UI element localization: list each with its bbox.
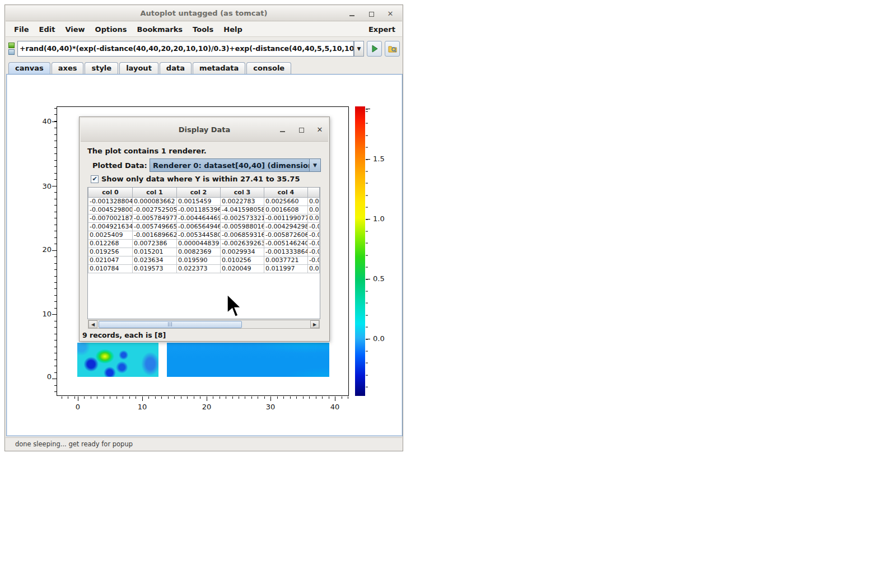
table-row[interactable]: -0.007002187...-0.005784977...-0.0044644… — [88, 214, 320, 222]
table-cell: -0.007002187... — [88, 214, 133, 222]
window-title: Autoplot untagged (as tomcat) — [6, 6, 402, 21]
table-cell: 0.00 — [308, 264, 320, 273]
folder-magnifier-icon — [388, 45, 397, 53]
table-row[interactable]: 0.0122680.00723860.000044839-0.002639263… — [88, 239, 320, 248]
table-cell: 0.0072386 — [133, 239, 177, 248]
table-cell: 0.00 — [308, 197, 320, 206]
tab-metadata[interactable]: metadata — [193, 62, 245, 74]
table-cell: 0.019256 — [88, 248, 133, 256]
inspect-uri-button[interactable] — [385, 41, 400, 57]
minimize-button[interactable] — [347, 10, 356, 18]
table-cell: 0.022373 — [177, 264, 221, 273]
table-cell: 0.015201 — [133, 248, 177, 256]
x-axis-minor-ticks — [57, 396, 349, 399]
minimize-icon — [280, 128, 285, 132]
y-axis-minor-ticks — [54, 106, 57, 396]
window-titlebar[interactable]: Autoplot untagged (as tomcat) ✕ — [6, 6, 402, 21]
table-cell: 0.00 — [308, 206, 320, 214]
y-tick-label: 10 — [27, 310, 52, 318]
filter-checkbox[interactable]: ✔ — [91, 175, 99, 183]
tab-style[interactable]: style — [85, 62, 118, 74]
maximize-button[interactable] — [367, 10, 376, 18]
column-header[interactable]: col 4 — [264, 188, 308, 197]
table-cell: -0.004294298... — [264, 222, 308, 231]
table-row[interactable]: 0.0107840.0195730.0223730.0200490.011997… — [88, 264, 320, 273]
menu-edit[interactable]: Edit — [34, 23, 60, 36]
maximize-icon — [299, 128, 304, 133]
close-button[interactable]: ✕ — [386, 10, 395, 18]
table-row[interactable]: -0.004921634...-0.005749665...-0.0065649… — [88, 222, 320, 231]
tab-layout[interactable]: layout — [119, 62, 158, 74]
table-cell: 0.010784 — [88, 264, 133, 273]
renderer-count-message: The plot contains 1 renderer. — [87, 147, 207, 155]
table-cell: 0.0022783 — [221, 197, 264, 206]
column-header[interactable]: col 0 — [88, 188, 133, 197]
table-cell: -0.0 — [308, 231, 320, 239]
menu-bookmarks[interactable]: Bookmarks — [132, 23, 188, 36]
table-cell: -0.001689662... — [133, 231, 177, 239]
green-led-icon — [8, 43, 15, 48]
column-header[interactable]: col 3 — [221, 188, 264, 197]
plotted-data-label: Plotted Data: — [92, 161, 147, 170]
scroll-right-button[interactable]: ▶ — [310, 320, 319, 328]
tab-canvas[interactable]: canvas — [8, 62, 50, 74]
table-row[interactable]: 0.0025409-0.001689662...-0.005344580...-… — [88, 231, 320, 239]
colorbar[interactable] — [355, 106, 365, 396]
colorbar-tick-label: 1.5 — [373, 155, 392, 163]
colorbar-minor-ticks — [366, 106, 368, 396]
close-icon: ✕ — [388, 10, 394, 18]
tab-axes[interactable]: axes — [52, 62, 84, 74]
data-table: col 0col 1col 2col 3col 4-0.001328804...… — [88, 188, 320, 273]
table-cell: -0.006564946... — [177, 222, 221, 231]
table-header-row: col 0col 1col 2col 3col 4 — [88, 188, 320, 197]
table-cell: -0.004464469... — [177, 214, 221, 222]
menu-options[interactable]: Options — [90, 23, 132, 36]
minimize-icon — [349, 12, 354, 16]
column-header[interactable]: col 1 — [133, 188, 177, 197]
y-tick-label: 40 — [27, 117, 52, 125]
table-cell: 0.0025660 — [264, 197, 308, 206]
table-cell: 0.012268 — [88, 239, 133, 248]
y-tick-label: 20 — [27, 245, 52, 254]
plotted-data-select[interactable]: Renderer 0: dataset[40,40] (dimension...… — [150, 158, 321, 172]
go-button[interactable] — [367, 41, 382, 57]
scroll-left-button[interactable]: ◀ — [88, 320, 97, 328]
dialog-close-button[interactable]: ✕ — [315, 125, 324, 134]
data-table-scrollpane[interactable]: col 0col 1col 2col 3col 4-0.001328804...… — [87, 187, 320, 319]
menu-tools[interactable]: Tools — [188, 23, 218, 36]
filter-checkbox-label: Show only data where Y is within 27.41 t… — [101, 175, 300, 183]
table-row[interactable]: 0.0210470.0236340.0195900.0102560.003772… — [88, 256, 320, 264]
table-cell: -0.006859316... — [221, 231, 264, 239]
expert-mode-label[interactable]: Expert — [368, 25, 395, 34]
uri-dropdown-button[interactable]: ▼ — [354, 41, 364, 57]
arrow-right-icon: ▶ — [313, 322, 316, 327]
plot-canvas[interactable]: 40 30 20 10 0 0 10 20 30 40 1.5 1.0 0.5 … — [6, 74, 403, 436]
table-row[interactable]: -0.001328804...0.0000836620.00154590.002… — [88, 197, 320, 206]
spectrogram-fragment-right — [167, 343, 329, 377]
menu-view[interactable]: View — [60, 23, 90, 36]
grip-icon — [168, 322, 172, 326]
dialog-minimize-button[interactable] — [278, 125, 287, 134]
tab-console[interactable]: console — [246, 62, 291, 74]
table-cell: 0.0015459 — [177, 197, 221, 206]
chevron-down-icon: ▼ — [357, 46, 361, 52]
dialog-titlebar[interactable]: Display Data ✕ — [81, 118, 328, 142]
display-data-dialog: Display Data ✕ The plot contains 1 rende… — [79, 116, 330, 342]
uri-input[interactable]: +rand(40,40)*(exp(-distance(40,40,20,20,… — [17, 41, 354, 57]
table-cell: 0.019590 — [177, 256, 221, 264]
x-tick-label: 30 — [261, 403, 280, 411]
column-header[interactable] — [308, 188, 320, 197]
table-row[interactable]: -0.004529800...-0.002752505...-0.0011853… — [88, 206, 320, 214]
table-cell: -0.005784977... — [133, 214, 177, 222]
table-row[interactable]: 0.0192560.0152010.00823690.0029934-0.001… — [88, 248, 320, 256]
menu-file[interactable]: File — [9, 23, 34, 36]
table-cell: 0.010256 — [221, 256, 264, 264]
table-cell: 0.000044839 — [177, 239, 221, 248]
y-tick-label: 30 — [27, 182, 52, 190]
menu-help[interactable]: Help — [218, 23, 247, 36]
scrollbar-thumb[interactable] — [99, 321, 242, 328]
tab-data[interactable]: data — [160, 62, 192, 74]
dialog-maximize-button[interactable] — [297, 125, 306, 134]
horizontal-scrollbar[interactable]: ◀ ▶ — [88, 320, 320, 329]
column-header[interactable]: col 2 — [177, 188, 221, 197]
